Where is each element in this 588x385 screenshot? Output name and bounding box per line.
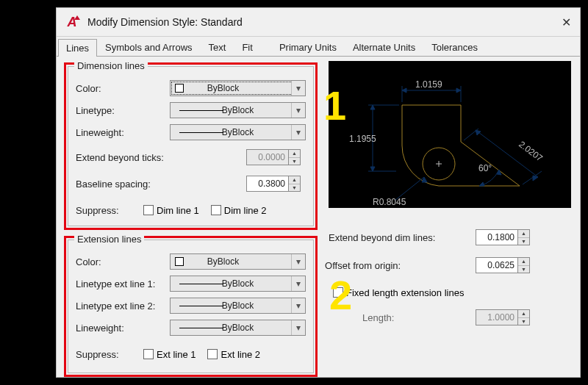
combo-value: ByBlock bbox=[207, 83, 239, 93]
tab-text[interactable]: Text bbox=[201, 38, 234, 56]
highlight-box-2: Extension lines Color: ByBlock ▾ Linetyp… bbox=[64, 236, 318, 377]
chevron-down-icon: ▾ bbox=[291, 298, 305, 313]
group-dimension-lines: Dimension lines Color: ByBlock ▾ Linetyp… bbox=[68, 66, 314, 226]
line-icon bbox=[179, 328, 223, 328]
combo-ext-color[interactable]: ByBlock ▾ bbox=[170, 253, 306, 270]
chevron-up-icon: ▲ bbox=[518, 310, 529, 318]
input-length[interactable] bbox=[476, 309, 518, 325]
chevron-up-icon: ▲ bbox=[518, 230, 529, 238]
chevron-down-icon: ▾ bbox=[291, 81, 305, 96]
preview-dim-left: 1.1955 bbox=[349, 134, 376, 144]
preview-dim-radius: R0.8045 bbox=[373, 197, 406, 207]
checkbox-label: Dim line 2 bbox=[224, 205, 267, 216]
spinner-length[interactable]: ▲▼ bbox=[518, 309, 530, 325]
combo-dim-lineweight[interactable]: ByBlock ▾ bbox=[170, 124, 306, 140]
label-offset-origin: OffOffset from origin: bbox=[329, 260, 476, 271]
checkbox-fixed-length[interactable]: Fixed length extension lines bbox=[333, 287, 464, 298]
label-dim-color: Color: bbox=[76, 83, 170, 94]
preview-dim-angle: 60° bbox=[478, 163, 492, 173]
input-extend-ticks[interactable] bbox=[246, 149, 289, 165]
highlight-box-1: Dimension lines Color: ByBlock ▾ Linetyp… bbox=[64, 62, 318, 230]
annotation-marker-1: 1 bbox=[323, 85, 346, 126]
label-extend-ticks: Extend beyond ticks: bbox=[76, 152, 246, 163]
preview-dim-top: 1.0159 bbox=[415, 79, 442, 90]
chevron-down-icon: ▼ bbox=[518, 318, 529, 325]
combo-dim-color[interactable]: ByBlock ▾ bbox=[170, 80, 306, 96]
chevron-up-icon: ▲ bbox=[289, 150, 300, 158]
combo-extlinetype1[interactable]: ByBlock ▾ bbox=[170, 276, 306, 292]
checkbox-label: Fixed length extension lines bbox=[346, 287, 464, 298]
chevron-up-icon: ▲ bbox=[518, 258, 529, 266]
input-baseline-spacing[interactable] bbox=[246, 176, 289, 192]
legend-extension-lines: Extension lines bbox=[74, 234, 144, 245]
input-extend-beyond-dim[interactable] bbox=[476, 229, 518, 245]
checkbox-label: Ext line 1 bbox=[157, 349, 196, 360]
chevron-down-icon: ▼ bbox=[289, 158, 300, 165]
label-dim-linetype: Linetype: bbox=[76, 105, 170, 116]
combo-value: ByBlock bbox=[222, 127, 254, 137]
app-icon: A bbox=[64, 14, 80, 30]
line-icon bbox=[179, 110, 223, 111]
annotation-marker-2: 2 bbox=[329, 275, 352, 316]
label-baseline-spacing: Baseline spacing: bbox=[76, 179, 246, 190]
svg-line-10 bbox=[464, 129, 478, 140]
tab-symbols[interactable]: Symbols and Arrows bbox=[97, 38, 201, 56]
combo-ext-lineweight[interactable]: ByBlock ▾ bbox=[170, 320, 306, 336]
chevron-down-icon: ▾ bbox=[291, 320, 305, 335]
close-icon[interactable]: ✕ bbox=[552, 8, 580, 36]
preview-pane: 1.0159 1.1955 2.0207 60° R0.8045 bbox=[329, 61, 571, 208]
label-extlinetype1: Linetype ext line 1: bbox=[76, 278, 170, 289]
label-dim-suppress: Suppress: bbox=[76, 205, 143, 216]
tab-lines[interactable]: Lines bbox=[58, 39, 97, 57]
label-ext-lineweight: Lineweight: bbox=[76, 323, 170, 334]
titlebar: A Modify Dimension Style: Standard ✕ bbox=[57, 8, 580, 37]
combo-value: ByBlock bbox=[222, 278, 254, 289]
checkbox-dimline1[interactable]: Dim line 1 bbox=[143, 205, 199, 216]
label-extend-beyond-dim: Extend beyond dim lines: bbox=[329, 232, 476, 243]
combo-dim-linetype[interactable]: ByBlock ▾ bbox=[170, 102, 306, 118]
chevron-down-icon: ▾ bbox=[291, 103, 305, 118]
chevron-down-icon: ▾ bbox=[291, 125, 305, 140]
tab-bar: Lines Symbols and Arrows Text Fit Primar… bbox=[57, 37, 580, 57]
checkbox-label: Dim line 1 bbox=[157, 205, 199, 216]
svg-line-11 bbox=[523, 171, 542, 184]
label-extlinetype2: Linetype ext line 2: bbox=[76, 301, 170, 312]
combo-extlinetype2[interactable]: ByBlock ▾ bbox=[170, 298, 306, 314]
preview-dim-diag: 2.0207 bbox=[517, 139, 545, 163]
checkbox-extline1[interactable]: Ext line 1 bbox=[143, 349, 196, 360]
spinner-baseline-spacing[interactable]: ▲▼ bbox=[289, 176, 301, 192]
combo-value: ByBlock bbox=[222, 301, 254, 311]
combo-value: ByBlock bbox=[222, 323, 254, 333]
chevron-down-icon: ▼ bbox=[289, 184, 300, 192]
line-icon bbox=[179, 306, 223, 306]
spinner-extend-beyond-dim[interactable]: ▲▼ bbox=[518, 229, 530, 245]
label-ext-color: Color: bbox=[76, 256, 170, 267]
swatch-icon bbox=[175, 84, 184, 93]
checkbox-label: Ext line 2 bbox=[220, 349, 259, 360]
chevron-down-icon: ▾ bbox=[291, 254, 305, 269]
right-options: Extend beyond dim lines: ▲▼ OffOffset fr… bbox=[329, 224, 578, 330]
combo-value: ByBlock bbox=[207, 256, 239, 267]
line-icon bbox=[179, 132, 223, 133]
label-ext-suppress: Suppress: bbox=[76, 349, 143, 360]
swatch-icon bbox=[175, 257, 184, 266]
checkbox-extline2[interactable]: Ext line 2 bbox=[207, 349, 259, 360]
chevron-down-icon: ▾ bbox=[291, 276, 305, 291]
chevron-up-icon: ▲ bbox=[289, 176, 300, 184]
tab-tolerances[interactable]: Tolerances bbox=[423, 38, 486, 56]
spinner-extend-ticks[interactable]: ▲▼ bbox=[289, 149, 301, 165]
input-offset-origin[interactable] bbox=[476, 257, 518, 273]
tab-fit[interactable]: Fit bbox=[234, 38, 270, 56]
checkbox-dimline2[interactable]: Dim line 2 bbox=[211, 205, 267, 216]
tab-alternate[interactable]: Alternate Units bbox=[345, 38, 423, 56]
legend-dimension-lines: Dimension lines bbox=[74, 60, 148, 71]
window-title: Modify Dimension Style: Standard bbox=[87, 16, 552, 28]
group-extension-lines: Extension lines Color: ByBlock ▾ Linetyp… bbox=[68, 240, 314, 373]
chevron-down-icon: ▼ bbox=[518, 266, 529, 273]
spinner-offset-origin[interactable]: ▲▼ bbox=[518, 257, 530, 273]
dialog-window: A Modify Dimension Style: Standard ✕ Lin… bbox=[56, 7, 581, 378]
combo-value: ByBlock bbox=[222, 105, 254, 115]
chevron-down-icon: ▼ bbox=[518, 238, 529, 245]
label-dim-lineweight: Lineweight: bbox=[76, 127, 170, 138]
tab-primary[interactable]: Primary Units bbox=[271, 38, 345, 56]
